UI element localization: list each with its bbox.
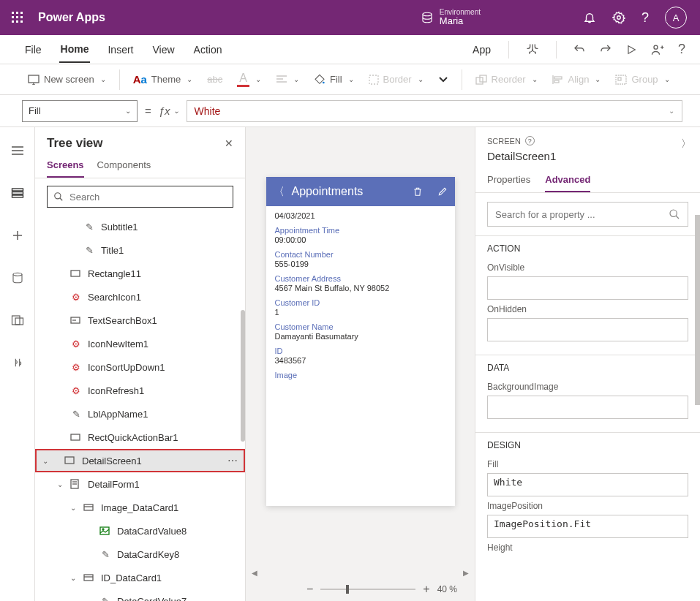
share-icon[interactable] (650, 42, 665, 57)
prop-input-fill[interactable]: White (487, 473, 688, 496)
svg-rect-0 (12, 12, 14, 14)
svg-rect-19 (369, 75, 378, 84)
menu-insert[interactable]: Insert (106, 37, 135, 62)
svg-line-55 (676, 216, 679, 219)
tab-components[interactable]: Components (97, 154, 151, 178)
tree-search[interactable] (47, 186, 233, 208)
field-value: Damayanti Basumatary (275, 332, 446, 341)
scroll-left-icon[interactable]: ◀ (252, 569, 257, 577)
hamburger-icon[interactable] (6, 139, 29, 162)
border-button: Border ⌄ (363, 71, 429, 88)
control-icon: ⚙ (70, 362, 82, 373)
undo-icon[interactable] (573, 43, 586, 56)
chevron-down-icon[interactable]: ⌄ (57, 480, 63, 488)
user-avatar[interactable]: A (665, 7, 687, 29)
tree-item-subtitle1[interactable]: ✎Subtitle1 (35, 215, 245, 238)
insert-icon[interactable] (6, 224, 29, 247)
section-action: ACTION OnVisible OnHidden (475, 235, 700, 355)
tree-item-iconsortupdown1[interactable]: ⚙IconSortUpDown1 (35, 355, 245, 379)
formula-input[interactable]: White ⌄ (187, 100, 682, 122)
scroll-right-icon[interactable]: ▶ (463, 569, 469, 577)
waffle-icon[interactable] (9, 9, 26, 26)
tree-view-icon[interactable] (6, 181, 29, 205)
tree-item-iconnewitem1[interactable]: ⚙IconNewItem1 (35, 332, 245, 355)
delete-icon[interactable] (413, 186, 423, 197)
tree-item-rectquickactionbar1[interactable]: RectQuickActionBar1 (35, 426, 245, 449)
redo-icon[interactable] (599, 43, 612, 56)
tab-advanced[interactable]: Advanced (545, 168, 590, 192)
card-icon (83, 574, 95, 581)
tab-screens[interactable]: Screens (47, 154, 84, 178)
media-icon[interactable] (6, 309, 29, 332)
form-icon (70, 479, 82, 489)
prop-input-onvisible[interactable] (487, 276, 688, 300)
tree-item-textsearchbox1[interactable]: TextSearchBox1 (35, 309, 245, 332)
tree-item-datacardvalue7[interactable]: ✎DataCardValue7 (35, 589, 245, 601)
app-checker-icon[interactable] (525, 42, 540, 57)
phone-preview[interactable]: 〈 Appointments 04/03/2021 Appointment Ti… (266, 177, 455, 506)
tree-item-datacardkey8[interactable]: ✎DataCardKey8 (35, 543, 245, 566)
menu-bar: File Home Insert View Action App ? (0, 35, 700, 64)
tree-item-lblappname1[interactable]: ✎LblAppName1 (35, 402, 245, 426)
back-icon[interactable]: 〈 (274, 185, 285, 199)
svg-rect-4 (16, 16, 18, 18)
fill-button[interactable]: Fill ⌄ (308, 71, 360, 88)
theme-button[interactable]: Aa Theme ⌄ (127, 70, 199, 88)
menu-help-icon[interactable]: ? (678, 42, 685, 57)
menu-action[interactable]: Action (192, 37, 224, 62)
object-type: SCREEN ? (487, 136, 688, 145)
tree-item-id-datacard1[interactable]: ⌄ID_DataCard1 (35, 566, 245, 589)
scrollbar-thumb[interactable] (241, 310, 245, 442)
svg-rect-5 (20, 16, 23, 18)
input-icon (70, 317, 82, 324)
property-search-input[interactable] (495, 209, 669, 220)
tab-properties[interactable]: Properties (487, 168, 530, 192)
prop-input-imageposition[interactable]: ImagePosition.Fit (487, 515, 688, 538)
section-data: DATA BackgroundImage (475, 355, 700, 432)
chevron-down-icon[interactable]: ⌄ (70, 574, 76, 582)
property-dropdown[interactable]: Fill ⌄ (22, 100, 138, 122)
chevron-right-icon[interactable]: 〉 (681, 137, 691, 151)
tree-item-rectangle11[interactable]: Rectangle11 (35, 262, 245, 285)
tree-item-detailscreen1[interactable]: ⌄DetailScreen1⋯ (35, 449, 245, 472)
edit-icon[interactable] (437, 186, 448, 197)
notification-icon[interactable] (583, 11, 596, 24)
play-icon[interactable] (625, 44, 637, 56)
chevron-down-icon[interactable]: ⌄ (669, 107, 674, 115)
tree-item-detailform1[interactable]: ⌄DetailForm1 (35, 472, 245, 496)
prop-input-bgimage[interactable] (487, 396, 688, 419)
help-icon[interactable]: ? (641, 10, 649, 26)
tree-item-title1[interactable]: ✎Title1 (35, 238, 245, 262)
tree-item-datacardvalue8[interactable]: DataCardValue8 (35, 519, 245, 543)
new-screen-button[interactable]: New screen ⌄ (22, 71, 112, 88)
fx-icon[interactable]: ƒx⌄ (159, 105, 179, 117)
menu-file[interactable]: File (23, 37, 43, 62)
settings-icon[interactable] (612, 11, 625, 24)
chevron-down-icon[interactable]: ⌄ (70, 504, 76, 512)
advanced-tools-icon[interactable] (6, 351, 29, 374)
help-circle-icon[interactable]: ? (525, 136, 535, 145)
environment-selector[interactable]: Environment Maria (421, 8, 481, 26)
expand-ribbon-button[interactable] (432, 73, 454, 86)
menu-home[interactable]: Home (59, 37, 91, 63)
property-search[interactable] (487, 202, 688, 227)
svg-line-39 (60, 198, 63, 201)
tree-item-image-datacard1[interactable]: ⌄Image_DataCard1 (35, 496, 245, 519)
tree-item-iconrefresh1[interactable]: ⚙IconRefresh1 (35, 379, 245, 402)
more-icon[interactable]: ⋯ (227, 455, 238, 466)
data-icon[interactable] (6, 266, 29, 290)
zoom-in-icon[interactable]: + (423, 583, 429, 596)
horizontal-scrollbar[interactable]: ◀ ▶ (246, 567, 475, 578)
scrollbar-thumb[interactable] (695, 215, 700, 405)
tree-item-searchicon1[interactable]: ⚙SearchIcon1 (35, 285, 245, 309)
zoom-out-icon[interactable]: − (306, 583, 313, 596)
close-icon[interactable]: ✕ (225, 137, 233, 149)
environment-label: Environment (440, 8, 481, 16)
zoom-slider[interactable] (320, 589, 415, 590)
menu-view[interactable]: View (151, 37, 176, 62)
menu-app[interactable]: App (471, 37, 492, 62)
chevron-down-icon[interactable]: ⌄ (42, 457, 48, 465)
tree-title: Tree view (47, 136, 103, 151)
prop-input-onhidden[interactable] (487, 318, 688, 341)
tree-search-input[interactable] (69, 192, 227, 203)
